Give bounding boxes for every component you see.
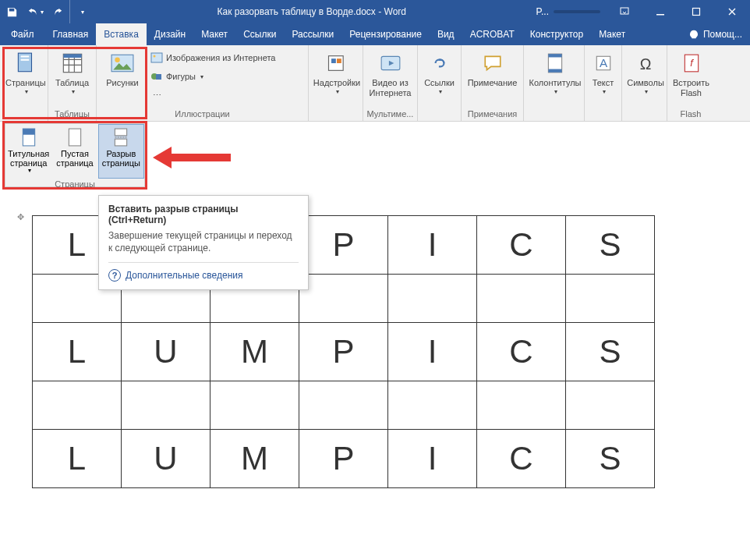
tab-file[interactable]: Файл bbox=[0, 23, 45, 45]
table-cell[interactable]: C bbox=[477, 430, 566, 488]
table-cell[interactable] bbox=[388, 275, 477, 323]
svg-text:A: A bbox=[599, 56, 607, 69]
table-cell[interactable]: I bbox=[388, 430, 477, 488]
video-icon bbox=[378, 51, 403, 76]
table-anchor-icon[interactable]: ✥ bbox=[17, 212, 24, 222]
close-button[interactable] bbox=[714, 0, 750, 23]
group-label-flash: Flash bbox=[670, 108, 711, 121]
tooltip-title: Вставить разрыв страницы (Ctrl+Return) bbox=[108, 204, 299, 225]
table-cell[interactable] bbox=[299, 275, 388, 323]
tab-constructor[interactable]: Конструктор bbox=[522, 23, 591, 45]
page-break-button[interactable]: Разрыв страницы bbox=[98, 124, 144, 179]
svg-rect-1 bbox=[656, 14, 664, 16]
customize-qat-button[interactable]: ▾ bbox=[70, 0, 94, 23]
chevron-down-icon: ▾ bbox=[439, 88, 442, 95]
table-cell[interactable]: C bbox=[477, 323, 566, 381]
user-area[interactable]: P... bbox=[530, 6, 607, 17]
table-cell[interactable]: L bbox=[33, 323, 122, 381]
table-cell[interactable]: I bbox=[388, 323, 477, 381]
links-button[interactable]: Ссылки ▾ bbox=[421, 48, 458, 98]
online-pictures-button[interactable]: Изображения из Интернета bbox=[147, 49, 279, 66]
chevron-down-icon: ▾ bbox=[81, 9, 84, 16]
tab-insert[interactable]: Вставка bbox=[96, 23, 147, 45]
chevron-down-icon: ▾ bbox=[72, 88, 75, 95]
group-label-pages: Страницы bbox=[5, 179, 144, 190]
help-button[interactable]: Помощ... bbox=[681, 23, 750, 45]
svg-rect-29 bbox=[115, 129, 127, 136]
table-cell[interactable]: M bbox=[210, 323, 299, 381]
table-cell[interactable] bbox=[299, 381, 388, 430]
user-initial: P... bbox=[536, 6, 549, 17]
tab-home[interactable]: Главная bbox=[45, 23, 97, 45]
table-cell[interactable]: P bbox=[299, 323, 388, 381]
page-icon bbox=[13, 51, 38, 76]
minimize-button[interactable] bbox=[642, 0, 678, 23]
embed-flash-button[interactable]: f Встроить Flash bbox=[670, 48, 712, 101]
table-cell[interactable] bbox=[388, 381, 477, 430]
pages-button[interactable]: Страницы ▾ bbox=[3, 48, 48, 98]
table-cell[interactable] bbox=[210, 381, 299, 430]
tab-review[interactable]: Рецензирование bbox=[341, 23, 430, 45]
tab-references[interactable]: Ссылки bbox=[235, 23, 284, 45]
tooltip-more-link[interactable]: ? Дополнительные сведения bbox=[108, 262, 299, 282]
group-label-comments: Примечания bbox=[465, 108, 520, 121]
svg-point-11 bbox=[154, 55, 156, 58]
maximize-button[interactable] bbox=[678, 0, 714, 23]
table-cell[interactable] bbox=[477, 381, 566, 430]
table-cell[interactable]: S bbox=[566, 323, 655, 381]
svg-point-9 bbox=[115, 58, 119, 62]
chevron-down-icon: ▾ bbox=[645, 88, 648, 95]
symbols-button[interactable]: Ω Символы ▾ bbox=[625, 48, 666, 98]
tab-layout2[interactable]: Макет bbox=[591, 23, 633, 45]
undo-button[interactable]: ▾ bbox=[23, 0, 47, 23]
table-cell[interactable]: U bbox=[122, 323, 210, 381]
pages-gallery: Титульная страница▾ Пустая страница Разр… bbox=[5, 123, 145, 187]
table-cell[interactable] bbox=[122, 381, 210, 430]
header-footer-button[interactable]: Колонтитулы ▾ bbox=[527, 48, 583, 98]
table-cell[interactable]: M bbox=[210, 430, 299, 488]
save-button[interactable] bbox=[0, 0, 23, 23]
text-button[interactable]: A Текст ▾ bbox=[588, 48, 618, 98]
ribbon-options-button[interactable] bbox=[607, 0, 642, 23]
addins-button[interactable]: Надстройки ▾ bbox=[312, 48, 362, 98]
tab-mailings[interactable]: Рассылки bbox=[284, 23, 341, 45]
tab-acrobat[interactable]: ACROBAT bbox=[462, 23, 522, 45]
group-label-illustrations: Иллюстрации bbox=[100, 108, 305, 121]
svg-rect-20 bbox=[548, 69, 561, 73]
svg-rect-27 bbox=[23, 129, 34, 135]
table-cell[interactable]: P bbox=[299, 430, 388, 488]
chevron-down-icon: ▾ bbox=[336, 88, 339, 95]
omega-icon: Ω bbox=[633, 51, 658, 76]
redo-button[interactable] bbox=[47, 0, 70, 23]
blank-page-button[interactable]: Пустая страница bbox=[51, 124, 97, 179]
table-cell[interactable] bbox=[33, 381, 122, 430]
help-icon: ? bbox=[108, 269, 121, 282]
table-cell[interactable] bbox=[477, 275, 566, 323]
ribbon: Страницы ▾ . Таблица ▾ Таблицы Рисунки И… bbox=[0, 45, 750, 122]
window-controls bbox=[607, 0, 750, 23]
table-cell[interactable] bbox=[566, 381, 655, 430]
table-cell[interactable]: I bbox=[388, 216, 477, 275]
tab-view[interactable]: Вид bbox=[430, 23, 462, 45]
comment-button[interactable]: Примечание bbox=[465, 48, 520, 91]
table-cell[interactable] bbox=[566, 275, 655, 323]
cover-page-button[interactable]: Титульная страница▾ bbox=[5, 124, 51, 179]
table-cell[interactable]: S bbox=[566, 430, 655, 488]
blank-page-icon bbox=[65, 128, 84, 147]
tab-layout[interactable]: Макет bbox=[193, 23, 235, 45]
table-button[interactable]: Таблица ▾ bbox=[51, 48, 93, 98]
table-cell[interactable]: S bbox=[566, 216, 655, 275]
online-video-button[interactable]: Видео из Интернета bbox=[366, 48, 414, 101]
table-cell[interactable]: C bbox=[477, 216, 566, 275]
svg-rect-30 bbox=[115, 139, 127, 146]
shapes-button[interactable]: Фигуры ▾ bbox=[147, 68, 279, 85]
table-cell[interactable]: P bbox=[299, 216, 388, 275]
tab-design[interactable]: Дизайн bbox=[147, 23, 193, 45]
pictures-button[interactable]: Рисунки bbox=[100, 48, 145, 91]
title-bar: ▾ ▾ Как разорвать таблицу в Ворде.docx -… bbox=[0, 0, 750, 23]
table-cell[interactable]: L bbox=[33, 430, 122, 488]
cover-page-icon bbox=[19, 128, 38, 147]
online-pictures-icon bbox=[150, 51, 163, 64]
more-illustrations-button[interactable]: ⋯ bbox=[147, 87, 279, 104]
table-cell[interactable]: U bbox=[122, 430, 210, 488]
